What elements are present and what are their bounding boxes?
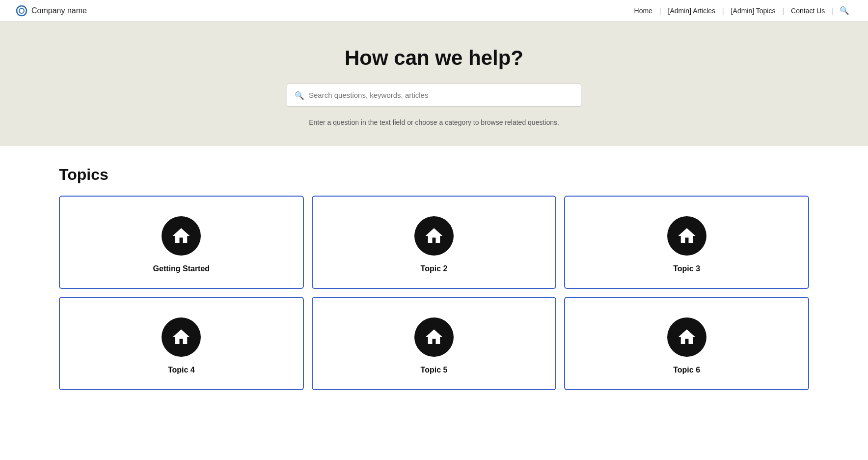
home-icon-3 [171, 327, 191, 347]
separator-4: | [832, 7, 834, 15]
topic-icon-2 [667, 216, 706, 256]
navbar: Company name Home | [Admin] Articles | [… [0, 0, 868, 22]
svg-point-0 [17, 6, 27, 16]
topic-label-4: Topic 5 [421, 366, 448, 374]
home-icon-0 [171, 226, 191, 246]
main-content: Topics Getting Started Topic 2 [0, 146, 868, 420]
search-wrapper: 🔍 [287, 84, 581, 107]
contact-us-link[interactable]: Contact Us [787, 5, 829, 17]
topic-icon-3 [162, 317, 201, 357]
topic-3[interactable]: Topic 3 [564, 196, 809, 289]
separator-2: | [722, 7, 724, 15]
topic-icon-4 [414, 317, 454, 357]
topic-label-3: Topic 4 [168, 366, 195, 374]
brand-logo[interactable]: Company name [16, 5, 87, 17]
topic-icon-0 [162, 216, 201, 256]
home-link[interactable]: Home [630, 5, 656, 17]
topic-icon-1 [414, 216, 454, 256]
admin-articles-link[interactable]: [Admin] Articles [664, 5, 719, 17]
hero-title: How can we help? [16, 46, 852, 70]
nav-links: Home | [Admin] Articles | [Admin] Topics… [630, 4, 852, 17]
topic-icon-5 [667, 317, 706, 357]
separator-3: | [782, 7, 784, 15]
topic-6[interactable]: Topic 6 [564, 297, 809, 390]
home-icon-2 [677, 226, 697, 246]
topic-2[interactable]: Topic 2 [312, 196, 557, 289]
separator-1: | [659, 7, 661, 15]
topic-label-2: Topic 3 [673, 264, 700, 273]
admin-topics-link[interactable]: [Admin] Topics [727, 5, 780, 17]
topics-grid: Getting Started Topic 2 Topic 3 [59, 196, 809, 390]
hero-section: How can we help? 🔍 Enter a question in t… [0, 22, 868, 146]
topic-label-5: Topic 6 [673, 366, 700, 374]
topic-getting-started[interactable]: Getting Started [59, 196, 304, 289]
home-icon-1 [424, 226, 444, 246]
hero-hint: Enter a question in the text field or ch… [16, 118, 852, 126]
topics-heading: Topics [59, 166, 809, 184]
topic-label-1: Topic 2 [421, 264, 448, 273]
search-icon: 🔍 [295, 90, 304, 100]
svg-point-1 [19, 8, 24, 13]
brand-name: Company name [31, 6, 87, 15]
topic-5[interactable]: Topic 5 [312, 297, 557, 390]
home-icon-4 [424, 327, 444, 347]
search-input[interactable] [287, 84, 581, 107]
search-icon-button[interactable]: 🔍 [837, 4, 852, 17]
brand-icon [16, 5, 27, 17]
topic-4[interactable]: Topic 4 [59, 297, 304, 390]
topic-label-0: Getting Started [153, 264, 210, 273]
home-icon-5 [677, 327, 697, 347]
